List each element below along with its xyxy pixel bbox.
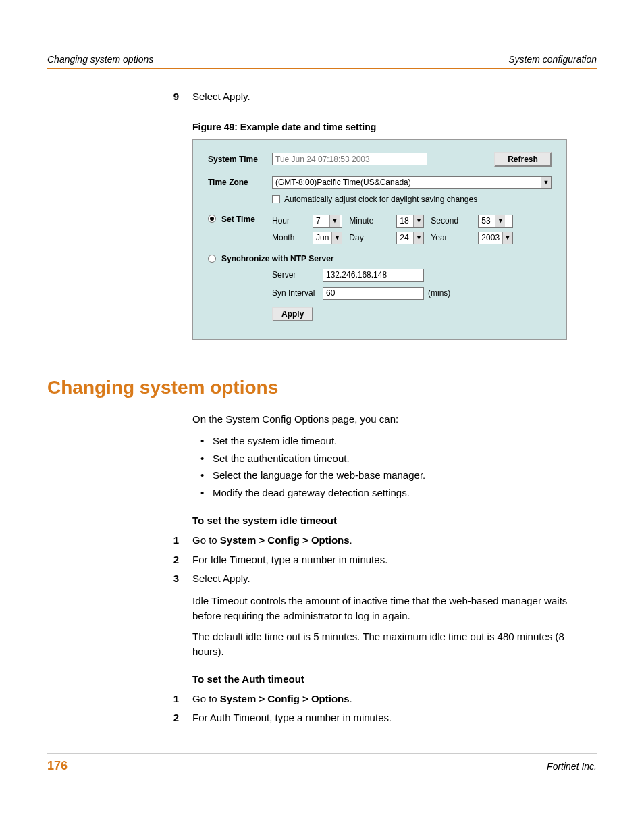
idle-timeout-heading: To set the system idle timeout	[192, 515, 597, 526]
system-time-field	[272, 153, 427, 165]
ntp-radio[interactable]	[208, 255, 216, 263]
system-time-label: System Time	[208, 155, 272, 164]
year-select[interactable]: 2003▼	[478, 232, 513, 244]
chevron-down-icon: ▼	[541, 177, 551, 188]
step-text: Go to System > Config > Options.	[192, 692, 597, 707]
section-heading: Changing system options	[47, 377, 597, 398]
apply-button[interactable]: Apply	[272, 307, 313, 321]
month-label: Month	[272, 233, 306, 242]
step-number: 2	[159, 552, 179, 568]
dst-label: Automatically adjust clock for daylight …	[284, 194, 477, 204]
chevron-down-icon: ▼	[495, 215, 505, 227]
figure-screenshot: System Time Refresh Time Zone (GMT-8:00)…	[192, 139, 567, 340]
syn-interval-input[interactable]	[323, 287, 424, 300]
dst-checkbox[interactable]	[272, 195, 280, 203]
step-number: 2	[159, 710, 179, 726]
second-label: Second	[431, 216, 471, 226]
chevron-down-icon: ▼	[329, 215, 340, 227]
time-zone-select[interactable]: (GMT-8:00)Pacific Time(US&Canada) ▼	[272, 176, 552, 189]
set-time-radio[interactable]	[208, 215, 216, 223]
second-select[interactable]: 53▼	[478, 215, 513, 228]
step-text: Go to System > Config > Options.	[192, 533, 597, 548]
minute-select[interactable]: 18▼	[396, 215, 424, 228]
chevron-down-icon: ▼	[331, 232, 342, 244]
idle-paragraph-1: Idle Timeout controls the amount of inac…	[192, 594, 597, 624]
server-input[interactable]	[323, 269, 424, 282]
ntp-label: Synchronize with NTP Server	[221, 254, 334, 263]
time-zone-label: Time Zone	[208, 178, 272, 187]
header-left: Changing system options	[47, 54, 153, 65]
intro-paragraph: On the System Config Options page, you c…	[192, 412, 597, 427]
step-number: 1	[159, 692, 179, 707]
year-label: Year	[431, 233, 471, 242]
footer-company: Fortinet Inc.	[547, 761, 597, 772]
day-label: Day	[349, 233, 390, 242]
idle-paragraph-2: The default idle time out is 5 minutes. …	[192, 629, 597, 660]
step-number: 1	[159, 533, 179, 548]
server-label: Server	[272, 270, 323, 280]
mins-label: (mins)	[428, 288, 450, 298]
minute-label: Minute	[349, 216, 390, 226]
chevron-down-icon: ▼	[502, 232, 512, 244]
list-item: Modify the dead gateway detection settin…	[192, 484, 597, 502]
step-text: Select Apply.	[192, 571, 597, 587]
auth-timeout-heading: To set the Auth timeout	[192, 673, 597, 685]
set-time-label: Set Time	[221, 215, 272, 224]
hour-select[interactable]: 7▼	[313, 215, 342, 228]
step-text: For Idle Timeout, type a number in minut…	[192, 552, 597, 568]
step-text: For Auth Timeout, type a number in minut…	[192, 710, 597, 726]
step-text: Select Apply.	[192, 89, 597, 105]
month-select[interactable]: Jun▼	[313, 232, 342, 244]
header-right: System configuration	[508, 54, 597, 65]
chevron-down-icon: ▼	[413, 215, 423, 227]
list-item: Select the language for the web-base man…	[192, 467, 597, 484]
bullet-list: Set the system idle timeout. Set the aut…	[192, 432, 597, 501]
syn-interval-label: Syn Interval	[272, 288, 323, 298]
list-item: Set the system idle timeout.	[192, 432, 597, 450]
figure-caption: Figure 49: Example date and time setting	[192, 122, 597, 132]
refresh-button[interactable]: Refresh	[494, 152, 552, 167]
step-number: 9	[159, 89, 179, 105]
hour-label: Hour	[272, 216, 306, 226]
header-rule	[47, 68, 597, 69]
chevron-down-icon: ▼	[413, 232, 423, 244]
step-number: 3	[159, 571, 179, 587]
day-select[interactable]: 24▼	[396, 232, 424, 244]
time-zone-value: (GMT-8:00)Pacific Time(US&Canada)	[273, 178, 541, 187]
page-number: 176	[47, 759, 68, 773]
list-item: Set the authentication timeout.	[192, 450, 597, 467]
